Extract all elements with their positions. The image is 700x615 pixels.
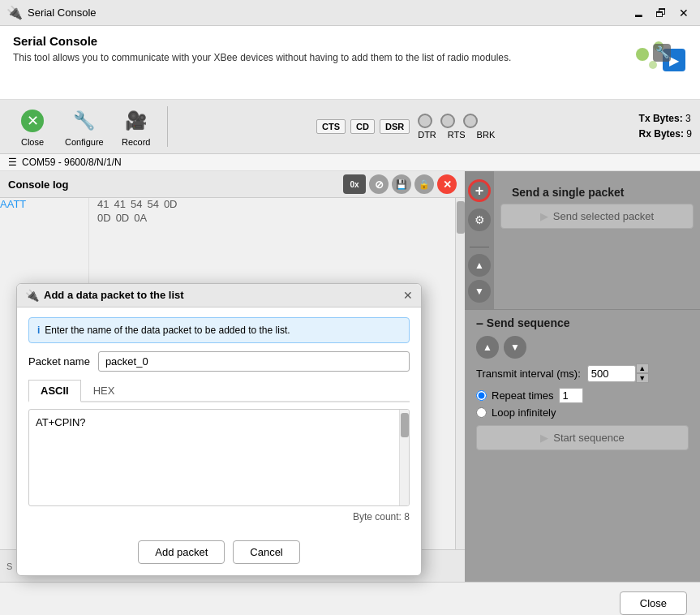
hex-tab[interactable]: HEX	[81, 380, 127, 402]
title-bar: 🔌 Serial Console 🗕 🗗 ✕	[0, 0, 700, 26]
lock-button[interactable]: 🔒	[414, 174, 434, 194]
rx-label: Rx Bytes:	[639, 128, 684, 140]
brk-led	[463, 114, 478, 128]
transmit-interval-input[interactable]	[587, 365, 636, 382]
packet-name-row: Packet name	[28, 351, 410, 372]
packet-name-input[interactable]	[98, 351, 410, 372]
send-single-row: + ⚙ ▲ ▼ Send a single packet ▶ Send sele…	[465, 171, 700, 309]
send-selected-label: Send selected packet	[553, 210, 654, 222]
close-console-button[interactable]: ✕	[437, 174, 457, 194]
dialog-title-text: Add a data packet to the list	[44, 289, 184, 301]
hex-toggle-button[interactable]: 0x	[343, 174, 366, 194]
content-scrollbar-thumb	[401, 413, 409, 437]
rts-led	[440, 114, 455, 128]
gear-button[interactable]: ⚙	[468, 209, 491, 231]
hex-row-1: 41 41 54 54 0D	[97, 198, 455, 210]
status-bar: ☰ COM59 - 9600/8/N/1/N	[0, 154, 700, 171]
transmit-label: Transmit interval (ms):	[476, 368, 581, 380]
title-bar-label: Serial Console	[28, 6, 97, 19]
packet-name-label: Packet name	[28, 355, 90, 368]
minimize-button[interactable]: 🗕	[629, 3, 648, 23]
signal-boxes: CTS CD DSR	[316, 119, 410, 134]
app-header: Serial Console This tool allows you to c…	[0, 26, 700, 100]
start-seq-label: Start sequence	[553, 432, 624, 444]
repeat-count-input[interactable]	[559, 388, 583, 403]
add-packet-dialog-button[interactable]: Add packet	[138, 540, 225, 564]
panel-spacer	[479, 238, 480, 239]
loop-radio[interactable]	[476, 407, 487, 418]
dtr-label: DTR	[418, 130, 436, 140]
up-arrow-button[interactable]: ▲	[468, 254, 491, 277]
byte-stats: Tx Bytes: 3 Rx Bytes: 9	[639, 111, 692, 142]
byte-count-value: 8	[404, 511, 410, 523]
ascii-tab[interactable]: ASCII	[28, 380, 81, 402]
save-button[interactable]: 💾	[392, 174, 411, 194]
packet-content-text: AT+CPIN?	[36, 416, 86, 428]
dialog-close-button[interactable]: ✕	[403, 289, 413, 302]
dialog-title-bar: 🔌 Add a data packet to the list ✕	[17, 284, 421, 308]
transmit-row: Transmit interval (ms): ▲ ▼	[476, 363, 689, 383]
hex-row-2: 0D 0D 0A	[97, 212, 455, 224]
panel-divider-h	[470, 247, 489, 247]
add-packet-dialog: 🔌 Add a data packet to the list ✕ i Ente…	[16, 283, 422, 576]
info-icon: i	[37, 325, 40, 336]
send-single-section: Send a single packet ▶ Send selected pac…	[494, 171, 700, 309]
cts-signal: CTS	[316, 119, 346, 134]
menu-icon: ☰	[8, 157, 17, 168]
rx-value: 9	[686, 128, 692, 140]
tx-label: Tx Bytes:	[639, 113, 683, 124]
maximize-button[interactable]: 🗗	[651, 3, 671, 23]
signal-controls: CTS CD DSR DTR RTS BRK	[174, 114, 638, 140]
repeat-radio[interactable]	[476, 390, 487, 401]
bottom-bar: Close	[0, 582, 700, 615]
dialog-title: 🔌 Add a data packet to the list	[25, 289, 184, 302]
add-packet-button[interactable]: +	[468, 179, 491, 202]
main-close-button[interactable]: Close	[620, 591, 687, 615]
sequence-title: – Send sequence	[476, 310, 689, 336]
spin-up-button[interactable]: ▲	[636, 363, 649, 373]
brk-label: BRK	[477, 130, 496, 140]
cancel-dialog-button[interactable]: Cancel	[233, 540, 299, 564]
console-title: Console log	[8, 178, 68, 191]
close-button[interactable]: ✕ Close	[8, 103, 57, 150]
packet-controls-col: + ⚙ ▲ ▼	[465, 171, 494, 309]
clear-button[interactable]: ⊘	[369, 174, 389, 194]
packet-content-area[interactable]: AT+CPIN?	[28, 409, 410, 506]
encoding-tabs: ASCII HEX	[28, 380, 410, 402]
right-panel: + ⚙ ▲ ▼ Send a single packet ▶ Send sele…	[465, 171, 700, 582]
close-icon: ✕	[18, 106, 47, 135]
app-icon: 🔌	[6, 5, 23, 20]
repeat-row: Repeat times	[476, 388, 689, 403]
dtr-led	[418, 114, 432, 128]
dialog-footer: Add packet Cancel	[17, 532, 421, 575]
configure-icon: 🔧	[70, 106, 99, 135]
record-icon: 🎥	[122, 106, 151, 135]
send-selected-packet-button[interactable]: ▶ Send selected packet	[500, 204, 694, 229]
configure-button[interactable]: 🔧 Configure	[58, 103, 110, 150]
seq-down-button[interactable]: ▼	[504, 336, 526, 359]
title-bar-controls: 🗕 🗗 ✕	[629, 3, 694, 23]
dialog-app-icon: 🔌	[25, 289, 39, 302]
record-button[interactable]: 🎥 Record	[112, 103, 161, 150]
dsr-signal: DSR	[380, 119, 410, 134]
sequence-section: – Send sequence ▲ ▼ Transmit interval (m…	[465, 310, 700, 458]
down-arrow-button[interactable]: ▼	[468, 280, 491, 303]
seq-up-button[interactable]: ▲	[476, 336, 499, 359]
content-scrollbar[interactable]	[399, 410, 409, 505]
console-header: Console log 0x ⊘ 💾 🔒 ✕	[0, 171, 465, 198]
cd-signal: CD	[350, 119, 375, 134]
window-close-button[interactable]: ✕	[674, 3, 694, 23]
console-scrollbar[interactable]	[455, 198, 465, 549]
configure-label: Configure	[65, 137, 104, 147]
toolbar: ✕ Close 🔧 Configure 🎥 Record CTS CD DSR …	[0, 100, 700, 154]
sequence-arrows: ▲ ▼	[476, 336, 689, 359]
app-title: Serial Console	[13, 34, 511, 48]
record-label: Record	[122, 137, 150, 147]
start-sequence-button[interactable]: ▶ Start sequence	[476, 425, 689, 450]
close-label: Close	[21, 137, 44, 147]
sequence-title-text: Send sequence	[487, 316, 570, 329]
spin-down-button[interactable]: ▼	[636, 373, 649, 383]
app-header-text: Serial Console This tool allows you to c…	[13, 34, 511, 65]
send-single-title: Send a single packet	[500, 178, 694, 204]
port-status: COM59 - 9600/8/N/1/N	[22, 157, 122, 168]
